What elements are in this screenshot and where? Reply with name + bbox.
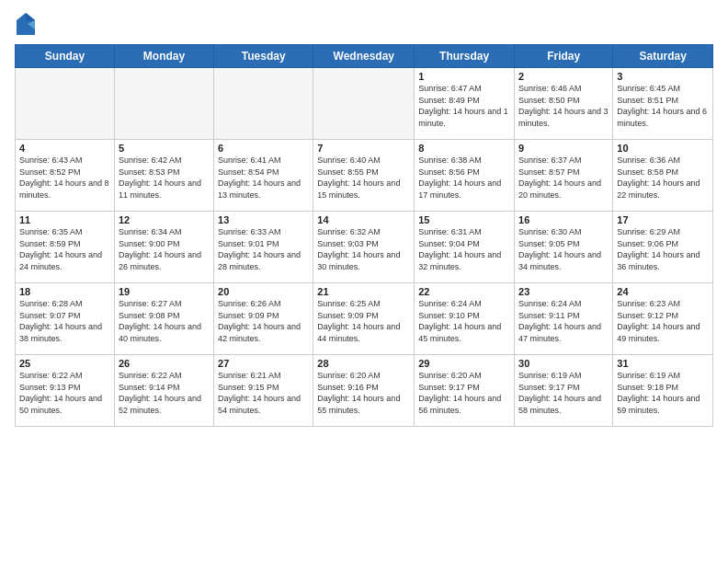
day-number: 13: [218, 214, 309, 225]
calendar-cell: 22Sunrise: 6:24 AMSunset: 9:10 PMDayligh…: [415, 283, 515, 355]
day-number: 7: [317, 143, 410, 154]
calendar-cell: 13Sunrise: 6:33 AMSunset: 9:01 PMDayligh…: [214, 212, 313, 283]
day-info: Sunrise: 6:36 AMSunset: 8:58 PMDaylight:…: [617, 155, 709, 201]
day-number: 12: [119, 214, 210, 225]
calendar-cell: 4Sunrise: 6:43 AMSunset: 8:52 PMDaylight…: [16, 140, 115, 212]
day-number: 4: [19, 143, 110, 154]
day-info: Sunrise: 6:20 AMSunset: 9:17 PMDaylight:…: [418, 370, 510, 416]
day-header-wednesday: Wednesday: [313, 45, 415, 68]
day-info: Sunrise: 6:29 AMSunset: 9:06 PMDaylight:…: [617, 226, 709, 272]
calendar-cell: 29Sunrise: 6:20 AMSunset: 9:17 PMDayligh…: [415, 355, 515, 427]
day-info: Sunrise: 6:47 AMSunset: 8:49 PMDaylight:…: [418, 83, 510, 129]
calendar-cell: 25Sunrise: 6:22 AMSunset: 9:13 PMDayligh…: [16, 355, 115, 427]
day-number: 26: [119, 358, 210, 369]
day-number: 19: [119, 286, 210, 297]
calendar-week-row: 1Sunrise: 6:47 AMSunset: 8:49 PMDaylight…: [16, 68, 713, 140]
day-number: 24: [617, 286, 709, 297]
day-number: 1: [418, 71, 510, 82]
calendar-cell: 1Sunrise: 6:47 AMSunset: 8:49 PMDaylight…: [415, 68, 515, 140]
day-number: 5: [119, 143, 210, 154]
day-info: Sunrise: 6:21 AMSunset: 9:15 PMDaylight:…: [218, 370, 309, 416]
day-info: Sunrise: 6:30 AMSunset: 9:05 PMDaylight:…: [518, 226, 609, 272]
calendar-week-row: 25Sunrise: 6:22 AMSunset: 9:13 PMDayligh…: [16, 355, 713, 427]
calendar-cell: 28Sunrise: 6:20 AMSunset: 9:16 PMDayligh…: [313, 355, 415, 427]
calendar-cell: 6Sunrise: 6:41 AMSunset: 8:54 PMDaylight…: [214, 140, 313, 212]
calendar-table: SundayMondayTuesdayWednesdayThursdayFrid…: [15, 44, 713, 427]
calendar-cell: 2Sunrise: 6:46 AMSunset: 8:50 PMDaylight…: [515, 68, 613, 140]
calendar-cell: 24Sunrise: 6:23 AMSunset: 9:12 PMDayligh…: [613, 283, 713, 355]
day-info: Sunrise: 6:35 AMSunset: 8:59 PMDaylight:…: [19, 226, 110, 272]
calendar-cell: 10Sunrise: 6:36 AMSunset: 8:58 PMDayligh…: [613, 140, 713, 212]
day-info: Sunrise: 6:37 AMSunset: 8:57 PMDaylight:…: [518, 155, 609, 201]
calendar-cell: 17Sunrise: 6:29 AMSunset: 9:06 PMDayligh…: [613, 212, 713, 283]
day-info: Sunrise: 6:46 AMSunset: 8:50 PMDaylight:…: [518, 83, 609, 129]
day-number: 10: [617, 143, 709, 154]
header: [15, 11, 713, 37]
day-number: 30: [518, 358, 609, 369]
day-number: 31: [617, 358, 709, 369]
calendar-cell: 5Sunrise: 6:42 AMSunset: 8:53 PMDaylight…: [114, 140, 213, 212]
calendar-cell: 16Sunrise: 6:30 AMSunset: 9:05 PMDayligh…: [515, 212, 613, 283]
calendar-cell: [16, 68, 115, 140]
day-info: Sunrise: 6:24 AMSunset: 9:10 PMDaylight:…: [418, 298, 510, 344]
calendar-week-row: 18Sunrise: 6:28 AMSunset: 9:07 PMDayligh…: [16, 283, 713, 355]
day-info: Sunrise: 6:26 AMSunset: 9:09 PMDaylight:…: [218, 298, 309, 344]
calendar-cell: 9Sunrise: 6:37 AMSunset: 8:57 PMDaylight…: [515, 140, 613, 212]
day-header-saturday: Saturday: [613, 45, 713, 68]
day-number: 14: [317, 214, 410, 225]
day-info: Sunrise: 6:34 AMSunset: 9:00 PMDaylight:…: [119, 226, 210, 272]
day-number: 16: [518, 214, 609, 225]
day-info: Sunrise: 6:45 AMSunset: 8:51 PMDaylight:…: [617, 83, 709, 129]
calendar-cell: 26Sunrise: 6:22 AMSunset: 9:14 PMDayligh…: [114, 355, 213, 427]
day-info: Sunrise: 6:43 AMSunset: 8:52 PMDaylight:…: [19, 155, 110, 201]
calendar-cell: 15Sunrise: 6:31 AMSunset: 9:04 PMDayligh…: [415, 212, 515, 283]
day-info: Sunrise: 6:31 AMSunset: 9:04 PMDaylight:…: [418, 226, 510, 272]
logo-icon: [15, 11, 37, 37]
day-number: 23: [518, 286, 609, 297]
day-header-tuesday: Tuesday: [214, 45, 313, 68]
day-info: Sunrise: 6:33 AMSunset: 9:01 PMDaylight:…: [218, 226, 309, 272]
day-number: 11: [19, 214, 110, 225]
day-info: Sunrise: 6:25 AMSunset: 9:09 PMDaylight:…: [317, 298, 410, 344]
calendar-cell: 23Sunrise: 6:24 AMSunset: 9:11 PMDayligh…: [515, 283, 613, 355]
calendar-cell: 8Sunrise: 6:38 AMSunset: 8:56 PMDaylight…: [415, 140, 515, 212]
day-number: 15: [418, 214, 510, 225]
day-number: 3: [617, 71, 709, 82]
day-header-thursday: Thursday: [415, 45, 515, 68]
day-number: 17: [617, 214, 709, 225]
day-number: 29: [418, 358, 510, 369]
calendar-cell: [114, 68, 213, 140]
day-info: Sunrise: 6:22 AMSunset: 9:13 PMDaylight:…: [19, 370, 110, 416]
day-number: 18: [19, 286, 110, 297]
day-info: Sunrise: 6:42 AMSunset: 8:53 PMDaylight:…: [119, 155, 210, 201]
calendar-week-row: 4Sunrise: 6:43 AMSunset: 8:52 PMDaylight…: [16, 140, 713, 212]
svg-marker-1: [26, 13, 35, 20]
calendar-cell: 19Sunrise: 6:27 AMSunset: 9:08 PMDayligh…: [114, 283, 213, 355]
day-number: 20: [218, 286, 309, 297]
day-info: Sunrise: 6:41 AMSunset: 8:54 PMDaylight:…: [218, 155, 309, 201]
calendar-cell: 14Sunrise: 6:32 AMSunset: 9:03 PMDayligh…: [313, 212, 415, 283]
day-header-friday: Friday: [515, 45, 613, 68]
calendar-cell: 27Sunrise: 6:21 AMSunset: 9:15 PMDayligh…: [214, 355, 313, 427]
day-number: 9: [518, 143, 609, 154]
day-info: Sunrise: 6:28 AMSunset: 9:07 PMDaylight:…: [19, 298, 110, 344]
calendar-cell: 3Sunrise: 6:45 AMSunset: 8:51 PMDaylight…: [613, 68, 713, 140]
calendar-header-row: SundayMondayTuesdayWednesdayThursdayFrid…: [16, 45, 713, 68]
calendar-cell: 7Sunrise: 6:40 AMSunset: 8:55 PMDaylight…: [313, 140, 415, 212]
page: SundayMondayTuesdayWednesdayThursdayFrid…: [0, 0, 728, 563]
day-header-monday: Monday: [114, 45, 213, 68]
day-number: 2: [518, 71, 609, 82]
day-number: 28: [317, 358, 410, 369]
logo: [15, 11, 40, 37]
calendar-cell: 21Sunrise: 6:25 AMSunset: 9:09 PMDayligh…: [313, 283, 415, 355]
calendar-week-row: 11Sunrise: 6:35 AMSunset: 8:59 PMDayligh…: [16, 212, 713, 283]
day-number: 21: [317, 286, 410, 297]
calendar-cell: 20Sunrise: 6:26 AMSunset: 9:09 PMDayligh…: [214, 283, 313, 355]
day-info: Sunrise: 6:19 AMSunset: 9:18 PMDaylight:…: [617, 370, 709, 416]
day-info: Sunrise: 6:27 AMSunset: 9:08 PMDaylight:…: [119, 298, 210, 344]
day-number: 22: [418, 286, 510, 297]
day-info: Sunrise: 6:40 AMSunset: 8:55 PMDaylight:…: [317, 155, 410, 201]
day-info: Sunrise: 6:19 AMSunset: 9:17 PMDaylight:…: [518, 370, 609, 416]
calendar-cell: 12Sunrise: 6:34 AMSunset: 9:00 PMDayligh…: [114, 212, 213, 283]
day-info: Sunrise: 6:20 AMSunset: 9:16 PMDaylight:…: [317, 370, 410, 416]
